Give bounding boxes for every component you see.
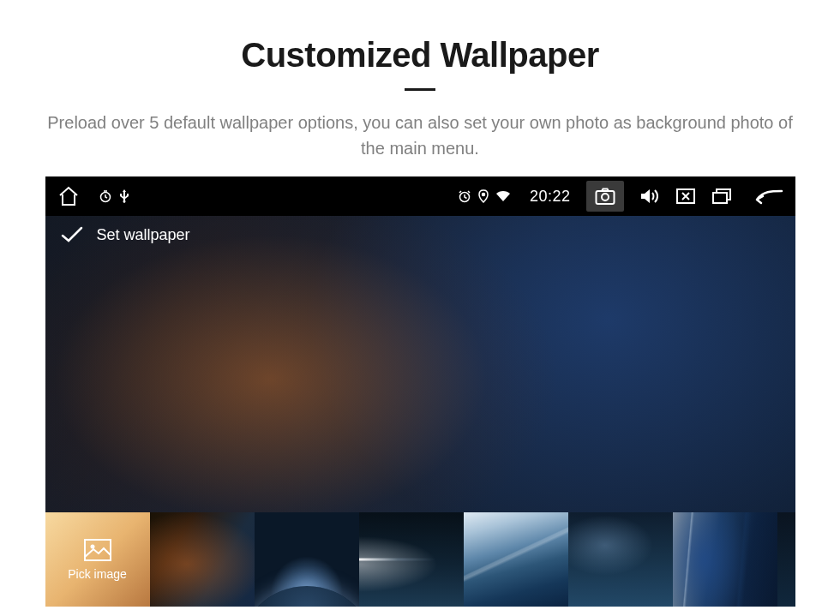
svg-point-4 [602, 194, 609, 200]
wallpaper-preview[interactable]: Set wallpaper [45, 216, 795, 512]
alarm-icon [458, 189, 471, 203]
location-icon [478, 189, 489, 203]
svg-point-8 [90, 545, 94, 549]
pick-image-label: Pick image [68, 567, 126, 581]
heading-underline [405, 88, 435, 91]
wallpaper-thumb-6[interactable] [673, 512, 777, 607]
wallpaper-thumb-2[interactable] [255, 512, 359, 607]
pick-image-button[interactable]: Pick image [45, 512, 150, 607]
wallpaper-thumb-1[interactable] [150, 512, 255, 607]
wallpaper-thumb-4[interactable] [464, 512, 568, 607]
recent-apps-icon[interactable] [711, 188, 732, 205]
page-heading: Customized Wallpaper [9, 36, 831, 75]
volume-icon[interactable] [639, 187, 660, 206]
back-icon[interactable] [754, 188, 783, 205]
wifi-icon [495, 190, 511, 202]
wallpaper-thumb-5[interactable] [568, 512, 673, 607]
page-subheading: Preload over 5 default wallpaper options… [9, 110, 831, 161]
svg-rect-7 [85, 540, 111, 560]
timer-icon [99, 189, 112, 203]
screenshot-icon[interactable] [586, 181, 624, 212]
picture-icon [83, 538, 112, 562]
device-screenshot: 20:22 [45, 176, 795, 607]
svg-point-2 [482, 194, 484, 196]
confirm-check-icon[interactable] [61, 226, 83, 243]
wallpaper-thumbnails: Pick image [45, 512, 795, 607]
action-bar: Set wallpaper [45, 216, 795, 254]
wallpaper-thumb-7-partial[interactable] [777, 512, 795, 607]
usb-icon [119, 188, 129, 204]
status-bar: 20:22 [45, 176, 795, 216]
close-app-icon[interactable] [675, 188, 696, 205]
home-icon[interactable] [57, 186, 80, 206]
clock-time: 20:22 [530, 188, 571, 206]
screen-title: Set wallpaper [97, 226, 190, 244]
svg-rect-6 [713, 193, 727, 203]
wallpaper-thumb-3[interactable] [359, 512, 464, 607]
